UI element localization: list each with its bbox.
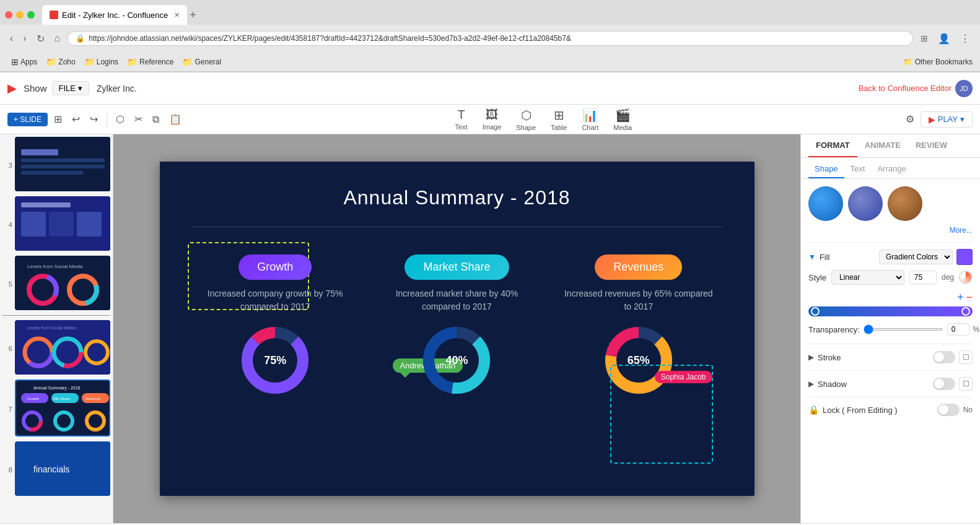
- slide-canvas[interactable]: Annual Summary - 2018 Andrew Nathan Grow…: [160, 162, 755, 496]
- grid-view-button[interactable]: ⊞: [50, 111, 66, 128]
- fill-collapse-icon[interactable]: ▼: [808, 253, 816, 261]
- home-button[interactable]: ⌂: [52, 32, 63, 45]
- image-tool[interactable]: 🖼 Image: [478, 105, 507, 133]
- shadow-toggle[interactable]: [933, 378, 955, 390]
- market-share-pill[interactable]: Market Share: [405, 254, 509, 280]
- stroke-color-box[interactable]: ☐: [959, 350, 973, 364]
- revenues-pill[interactable]: Revenues: [595, 254, 682, 280]
- slide-thumbnail-3[interactable]: [15, 137, 110, 191]
- chart-tool[interactable]: 📊 Chart: [577, 105, 603, 134]
- url-bar[interactable]: 🔒 https://johndoe.atlassian.net/wiki/spa…: [68, 31, 913, 46]
- slide-number-6: 6: [2, 345, 12, 352]
- angle-input[interactable]: [909, 271, 937, 284]
- select-tool-button[interactable]: ⬡: [112, 111, 128, 128]
- reload-button[interactable]: ↻: [34, 32, 47, 46]
- lock-toggle[interactable]: [937, 404, 960, 416]
- undo-button[interactable]: ↩: [68, 111, 84, 128]
- remove-stop-button[interactable]: −: [966, 291, 973, 304]
- text-tool[interactable]: T Text: [450, 105, 473, 133]
- stroke-header: ▶ Stroke ☐: [808, 350, 973, 364]
- back-to-confluence-button[interactable]: Back to Confluence Editor JD: [859, 80, 973, 97]
- fill-type-dropdown[interactable]: Gradient Colors Solid Color None: [879, 249, 953, 264]
- shadow-color-box[interactable]: ☐: [959, 377, 973, 391]
- fill-color-swatch[interactable]: [956, 249, 973, 265]
- settings-button[interactable]: ⚙: [902, 111, 918, 128]
- gradient-handle-left[interactable]: [811, 307, 820, 316]
- format-tab[interactable]: FORMAT: [808, 134, 857, 157]
- active-tab[interactable]: Edit - Zylker Inc. - Confluence ✕: [42, 5, 187, 25]
- comment-author-sophia: Sophia Jacob: [661, 373, 706, 381]
- gradient-bar-container: [808, 306, 973, 316]
- paste-button[interactable]: 📋: [165, 111, 185, 128]
- bookmark-general[interactable]: 📁 General: [178, 56, 225, 68]
- add-slide-button[interactable]: + SLIDE: [7, 113, 48, 126]
- svg-rect-8: [49, 212, 74, 236]
- swatch-blue-dark[interactable]: [848, 186, 883, 221]
- media-tool[interactable]: 🎬 Media: [608, 105, 637, 134]
- transparency-label: Transparency:: [808, 325, 860, 334]
- redo-button[interactable]: ↪: [86, 111, 102, 128]
- traffic-light-green[interactable]: [27, 11, 35, 19]
- play-chevron-icon: ▾: [960, 115, 965, 124]
- review-tab[interactable]: REVIEW: [908, 134, 955, 157]
- slide-image-6: Levels from Social Media: [15, 320, 110, 375]
- bookmark-apps[interactable]: ⊞ Apps: [7, 56, 41, 68]
- style-dropdown[interactable]: Linear Radial: [831, 270, 904, 285]
- growth-pill[interactable]: Growth: [238, 254, 312, 280]
- other-bookmarks[interactable]: 📁 Other Bookmarks: [903, 58, 973, 66]
- table-tool[interactable]: ⊞ Table: [546, 105, 572, 134]
- play-button[interactable]: ▶ PLAY ▾: [921, 111, 973, 128]
- arrange-sub-tab[interactable]: Arrange: [871, 160, 912, 178]
- bookmark-reference[interactable]: 📁 Reference: [123, 56, 177, 68]
- extensions-button[interactable]: ⊞: [918, 32, 930, 45]
- comment-bubble-sophia[interactable]: Sophia Jacob: [655, 371, 712, 383]
- shadow-section: ▶ Shadow ☐: [808, 370, 973, 397]
- shadow-expand-icon[interactable]: ▶: [808, 380, 814, 388]
- transparency-value-input[interactable]: [947, 323, 969, 336]
- more-colors-link[interactable]: More...: [808, 226, 973, 235]
- file-button[interactable]: FILE ▾: [52, 81, 89, 95]
- gradient-handle-right[interactable]: [961, 307, 970, 316]
- bookmark-logins[interactable]: 📁 Logins: [81, 56, 122, 68]
- forward-button[interactable]: ›: [20, 32, 28, 45]
- svg-rect-0: [15, 137, 110, 191]
- slide-thumbnail-4[interactable]: [15, 196, 110, 251]
- new-tab-button[interactable]: +: [190, 9, 196, 22]
- menu-button[interactable]: ⋮: [958, 32, 973, 46]
- lock-section: 🔒 Lock ( From Editing ) No: [808, 397, 973, 422]
- stroke-toggle[interactable]: [933, 351, 955, 363]
- transparency-slider[interactable]: [864, 328, 943, 331]
- gradient-bar[interactable]: [808, 306, 973, 316]
- animate-tab[interactable]: ANIMATE: [857, 134, 908, 157]
- profile-button[interactable]: 👤: [935, 32, 953, 46]
- slide-thumbnail-6[interactable]: Levels from Social Media: [15, 320, 110, 375]
- swatch-brown[interactable]: [888, 186, 922, 221]
- lock-toggle-knob: [938, 405, 948, 415]
- user-avatar: JD: [955, 80, 973, 97]
- slide-thumbnail-5[interactable]: Levels from Social Media: [15, 256, 110, 310]
- add-stop-button[interactable]: +: [957, 291, 964, 304]
- back-to-confluence-label: Back to Confluence Editor: [859, 84, 952, 93]
- back-button[interactable]: ‹: [7, 32, 15, 45]
- traffic-light-yellow[interactable]: [16, 11, 24, 19]
- text-sub-tab[interactable]: Text: [844, 160, 872, 178]
- traffic-light-red[interactable]: [5, 11, 12, 19]
- stroke-expand-icon[interactable]: ▶: [808, 353, 814, 362]
- market-share-donut: 40%: [419, 323, 494, 397]
- text-icon: T: [457, 108, 465, 122]
- bookmark-zoho[interactable]: 📁 Zoho: [42, 56, 79, 68]
- market-share-percent: 40%: [445, 354, 468, 367]
- zoho-folder-icon: 📁: [46, 57, 56, 67]
- svg-rect-3: [21, 165, 105, 168]
- cut-button[interactable]: ✂: [131, 111, 146, 128]
- slide-thumbnail-8[interactable]: financials: [15, 441, 110, 496]
- swatch-blue[interactable]: [808, 186, 843, 221]
- shape-sub-tab[interactable]: Shape: [808, 160, 844, 178]
- tab-close-button[interactable]: ✕: [174, 11, 180, 19]
- slide-thumbnail-7[interactable]: Annual Summary - 2018 Growth Mkt Share R…: [15, 380, 110, 436]
- angle-picker[interactable]: [959, 271, 973, 284]
- fill-label: Fill: [820, 253, 875, 262]
- toolbar-divider-1: [107, 112, 107, 127]
- shape-tool[interactable]: ⬡ Shape: [511, 105, 541, 134]
- copy-button[interactable]: ⧉: [149, 111, 163, 128]
